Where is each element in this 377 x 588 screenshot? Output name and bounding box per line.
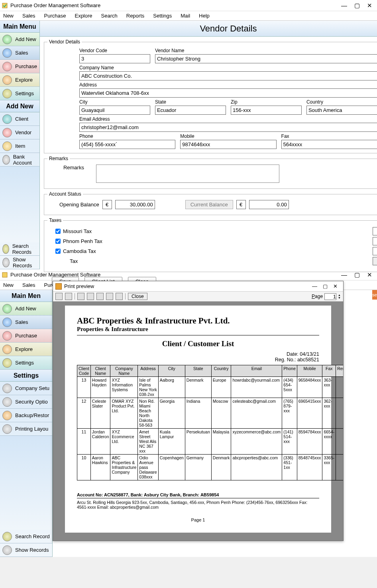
menu-search[interactable]: Search [101, 13, 118, 19]
page-up-icon[interactable]: ▲ [338, 294, 341, 296]
report-account: Account No: ACN258877, Bank: Asbury City… [77, 492, 319, 498]
preview-6page-icon[interactable] [116, 293, 123, 300]
app-title-2: Purchase Order Management Software [10, 272, 100, 278]
plus-icon [2, 35, 12, 44]
vendor-details-legend: Vendor Details [47, 39, 82, 45]
sidebar-explore[interactable]: Explore [0, 73, 39, 87]
menu-sales[interactable]: Sales [22, 13, 35, 19]
preview-zoom-icon[interactable] [65, 293, 72, 300]
address-input[interactable] [79, 88, 377, 98]
sidebar2-settings[interactable]: Settings [0, 356, 52, 370]
current-balance-label: Current Balance [185, 200, 233, 209]
sidebar-item[interactable]: Item [0, 139, 39, 153]
list-icon [2, 545, 12, 555]
menu-new[interactable]: New [3, 13, 14, 19]
sidebar2-add-new[interactable]: Add New [0, 302, 52, 316]
sidebar2-purchase[interactable]: Purchase [0, 329, 52, 343]
tax-checkbox[interactable] [55, 229, 61, 234]
page-down-icon[interactable]: ▼ [338, 296, 341, 299]
remarks-textarea[interactable] [96, 165, 279, 183]
chart-icon [2, 48, 12, 58]
bank-icon [2, 155, 10, 165]
sidebar-vendor[interactable]: Vendor [0, 126, 39, 139]
preview-3page-icon[interactable] [96, 293, 104, 300]
sidebar2-security-options[interactable]: Security Optio [0, 395, 52, 409]
sidebar2-company-setup[interactable]: Company Setu [0, 382, 52, 395]
opening-currency[interactable] [102, 200, 112, 209]
maximize-button-2[interactable]: ▢ [354, 271, 360, 278]
minimize-button-2[interactable]: — [341, 271, 347, 278]
remarks-legend: Remarks [47, 156, 70, 161]
sidebar-bank-account[interactable]: Bank Account [0, 153, 39, 167]
table-row: 13Howard HaydenXYZ Information SystemsIs… [77, 377, 344, 398]
menu-mail[interactable]: Mail [181, 13, 190, 19]
vendor-name-input[interactable] [155, 54, 377, 63]
sidebar2-show-records[interactable]: Show Records [0, 543, 52, 557]
app-icon [2, 272, 8, 278]
preview-page-input[interactable] [324, 293, 336, 300]
tax-label: Phnom Penh Tax [63, 238, 102, 244]
sidebar2-search-records[interactable]: Search Record [0, 530, 52, 543]
sidebar-show-records[interactable]: Show Records [0, 256, 39, 269]
sidebar-purchase[interactable]: Purchase [0, 60, 39, 73]
menu-explore[interactable]: Explore [75, 13, 92, 19]
sidebar2-backup-restore[interactable]: Backup/Restor [0, 409, 52, 422]
email-input[interactable] [79, 123, 377, 132]
menu-purchase[interactable]: Purchase [44, 13, 66, 19]
preview-4page-icon[interactable] [106, 293, 113, 300]
menu-help[interactable]: Help [199, 13, 210, 19]
cart-icon [2, 331, 12, 341]
preview-minimize[interactable]: — [312, 283, 317, 289]
sidebar2-settings-header: Settings [0, 370, 52, 382]
sidebar2-explore[interactable]: Explore [0, 343, 52, 356]
sidebar-settings[interactable]: Settings [0, 87, 39, 100]
current-currency[interactable] [236, 200, 246, 209]
current-balance-input[interactable] [249, 200, 289, 209]
gear-icon [2, 358, 12, 368]
tax-value-input[interactable] [373, 247, 377, 255]
tax-checkbox[interactable] [55, 249, 61, 254]
minimize-button[interactable]: — [341, 2, 347, 9]
preview-close-button[interactable]: Close [128, 293, 147, 300]
preview-close[interactable]: ✕ [333, 283, 338, 289]
mobile-input[interactable] [180, 140, 276, 149]
close-button[interactable]: ✕ [367, 2, 372, 9]
preview-2page-icon[interactable] [87, 293, 94, 300]
close-button-2[interactable]: ✕ [367, 271, 372, 278]
sidebar-search-records[interactable]: Search Records [0, 242, 39, 256]
menu-reports[interactable]: Reports [126, 13, 145, 19]
backup-icon [2, 411, 12, 420]
city-input[interactable] [79, 106, 150, 115]
sidebar-sales[interactable]: Sales [0, 46, 39, 60]
zip-input[interactable] [231, 106, 302, 115]
item-icon [2, 141, 12, 151]
vendor-icon [2, 128, 12, 137]
sidebar2-sales[interactable]: Sales [0, 316, 52, 329]
sidebar2-printing-layout[interactable]: Printing Layou [0, 422, 52, 436]
tax-value-input[interactable] [373, 227, 377, 235]
preview-maximize[interactable]: ▢ [323, 283, 328, 289]
search-icon [2, 532, 12, 541]
maximize-button[interactable]: ▢ [354, 2, 360, 9]
menu-sales-2[interactable]: Sales [22, 282, 35, 288]
fax-input[interactable] [281, 140, 377, 149]
tax-total-label: Tax [70, 258, 78, 264]
preview-1page-icon[interactable] [77, 293, 84, 300]
tax-checkbox[interactable] [55, 239, 61, 244]
phone-input[interactable] [79, 140, 175, 149]
list-icon [2, 258, 10, 267]
tax-value-input[interactable] [373, 237, 377, 245]
preview-print-icon[interactable] [55, 293, 63, 300]
vendor-code-input[interactable] [79, 54, 150, 63]
sidebar-add-new[interactable]: Add New [0, 33, 39, 46]
lock-icon [2, 397, 12, 407]
company-name-input[interactable] [79, 71, 377, 80]
opening-balance-input[interactable] [115, 200, 155, 209]
country-input[interactable] [306, 106, 377, 115]
menu-new-2[interactable]: New [3, 282, 14, 288]
menu-settings[interactable]: Settings [153, 13, 172, 19]
state-input[interactable] [155, 106, 226, 115]
report-heading: Client / Customer List [77, 339, 319, 348]
sidebar-client[interactable]: Client [0, 112, 39, 126]
table-row: 10Aaron HawkinsABC Properties & Infrastr… [77, 455, 344, 480]
